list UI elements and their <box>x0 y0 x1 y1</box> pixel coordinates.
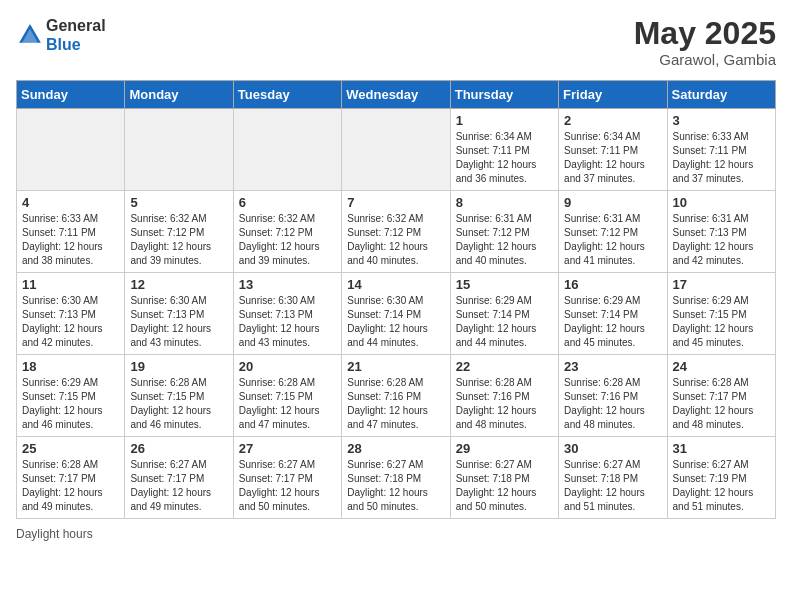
footer-note: Daylight hours <box>16 527 776 541</box>
day-cell: 14Sunrise: 6:30 AM Sunset: 7:14 PM Dayli… <box>342 273 450 355</box>
day-cell: 5Sunrise: 6:32 AM Sunset: 7:12 PM Daylig… <box>125 191 233 273</box>
day-number: 21 <box>347 359 444 374</box>
day-cell: 8Sunrise: 6:31 AM Sunset: 7:12 PM Daylig… <box>450 191 558 273</box>
day-info: Sunrise: 6:27 AM Sunset: 7:17 PM Dayligh… <box>239 458 336 514</box>
day-info: Sunrise: 6:29 AM Sunset: 7:14 PM Dayligh… <box>456 294 553 350</box>
day-number: 6 <box>239 195 336 210</box>
day-cell: 16Sunrise: 6:29 AM Sunset: 7:14 PM Dayli… <box>559 273 667 355</box>
day-info: Sunrise: 6:32 AM Sunset: 7:12 PM Dayligh… <box>347 212 444 268</box>
day-info: Sunrise: 6:30 AM Sunset: 7:13 PM Dayligh… <box>239 294 336 350</box>
day-number: 30 <box>564 441 661 456</box>
day-header-monday: Monday <box>125 81 233 109</box>
month-year: May 2025 <box>634 16 776 51</box>
day-info: Sunrise: 6:30 AM Sunset: 7:14 PM Dayligh… <box>347 294 444 350</box>
day-info: Sunrise: 6:31 AM Sunset: 7:12 PM Dayligh… <box>564 212 661 268</box>
day-cell: 15Sunrise: 6:29 AM Sunset: 7:14 PM Dayli… <box>450 273 558 355</box>
day-info: Sunrise: 6:31 AM Sunset: 7:12 PM Dayligh… <box>456 212 553 268</box>
week-row-4: 18Sunrise: 6:29 AM Sunset: 7:15 PM Dayli… <box>17 355 776 437</box>
day-number: 7 <box>347 195 444 210</box>
location: Garawol, Gambia <box>634 51 776 68</box>
day-info: Sunrise: 6:28 AM Sunset: 7:17 PM Dayligh… <box>22 458 119 514</box>
day-number: 19 <box>130 359 227 374</box>
day-number: 15 <box>456 277 553 292</box>
day-cell: 12Sunrise: 6:30 AM Sunset: 7:13 PM Dayli… <box>125 273 233 355</box>
day-number: 23 <box>564 359 661 374</box>
week-row-2: 4Sunrise: 6:33 AM Sunset: 7:11 PM Daylig… <box>17 191 776 273</box>
day-cell: 22Sunrise: 6:28 AM Sunset: 7:16 PM Dayli… <box>450 355 558 437</box>
day-info: Sunrise: 6:28 AM Sunset: 7:16 PM Dayligh… <box>564 376 661 432</box>
day-info: Sunrise: 6:28 AM Sunset: 7:16 PM Dayligh… <box>456 376 553 432</box>
day-header-tuesday: Tuesday <box>233 81 341 109</box>
day-header-saturday: Saturday <box>667 81 775 109</box>
day-cell: 9Sunrise: 6:31 AM Sunset: 7:12 PM Daylig… <box>559 191 667 273</box>
day-info: Sunrise: 6:29 AM Sunset: 7:15 PM Dayligh… <box>673 294 770 350</box>
day-cell: 4Sunrise: 6:33 AM Sunset: 7:11 PM Daylig… <box>17 191 125 273</box>
day-number: 5 <box>130 195 227 210</box>
day-number: 13 <box>239 277 336 292</box>
day-cell <box>17 109 125 191</box>
day-number: 27 <box>239 441 336 456</box>
day-cell: 10Sunrise: 6:31 AM Sunset: 7:13 PM Dayli… <box>667 191 775 273</box>
calendar-table: SundayMondayTuesdayWednesdayThursdayFrid… <box>16 80 776 519</box>
day-number: 8 <box>456 195 553 210</box>
title-area: May 2025 Garawol, Gambia <box>634 16 776 68</box>
day-cell: 3Sunrise: 6:33 AM Sunset: 7:11 PM Daylig… <box>667 109 775 191</box>
day-header-sunday: Sunday <box>17 81 125 109</box>
day-cell: 18Sunrise: 6:29 AM Sunset: 7:15 PM Dayli… <box>17 355 125 437</box>
week-row-5: 25Sunrise: 6:28 AM Sunset: 7:17 PM Dayli… <box>17 437 776 519</box>
day-cell: 1Sunrise: 6:34 AM Sunset: 7:11 PM Daylig… <box>450 109 558 191</box>
day-cell: 24Sunrise: 6:28 AM Sunset: 7:17 PM Dayli… <box>667 355 775 437</box>
day-info: Sunrise: 6:29 AM Sunset: 7:15 PM Dayligh… <box>22 376 119 432</box>
day-cell: 13Sunrise: 6:30 AM Sunset: 7:13 PM Dayli… <box>233 273 341 355</box>
header-row: SundayMondayTuesdayWednesdayThursdayFrid… <box>17 81 776 109</box>
day-header-friday: Friday <box>559 81 667 109</box>
day-info: Sunrise: 6:32 AM Sunset: 7:12 PM Dayligh… <box>239 212 336 268</box>
week-row-3: 11Sunrise: 6:30 AM Sunset: 7:13 PM Dayli… <box>17 273 776 355</box>
day-cell: 28Sunrise: 6:27 AM Sunset: 7:18 PM Dayli… <box>342 437 450 519</box>
day-number: 28 <box>347 441 444 456</box>
day-info: Sunrise: 6:27 AM Sunset: 7:18 PM Dayligh… <box>564 458 661 514</box>
day-number: 20 <box>239 359 336 374</box>
week-row-1: 1Sunrise: 6:34 AM Sunset: 7:11 PM Daylig… <box>17 109 776 191</box>
day-info: Sunrise: 6:33 AM Sunset: 7:11 PM Dayligh… <box>22 212 119 268</box>
header: General Blue May 2025 Garawol, Gambia <box>16 16 776 68</box>
day-number: 2 <box>564 113 661 128</box>
day-cell: 25Sunrise: 6:28 AM Sunset: 7:17 PM Dayli… <box>17 437 125 519</box>
day-info: Sunrise: 6:28 AM Sunset: 7:15 PM Dayligh… <box>239 376 336 432</box>
day-info: Sunrise: 6:27 AM Sunset: 7:18 PM Dayligh… <box>347 458 444 514</box>
day-info: Sunrise: 6:34 AM Sunset: 7:11 PM Dayligh… <box>564 130 661 186</box>
day-number: 14 <box>347 277 444 292</box>
day-cell: 29Sunrise: 6:27 AM Sunset: 7:18 PM Dayli… <box>450 437 558 519</box>
day-info: Sunrise: 6:34 AM Sunset: 7:11 PM Dayligh… <box>456 130 553 186</box>
day-cell <box>233 109 341 191</box>
day-info: Sunrise: 6:28 AM Sunset: 7:16 PM Dayligh… <box>347 376 444 432</box>
day-cell <box>125 109 233 191</box>
day-info: Sunrise: 6:27 AM Sunset: 7:19 PM Dayligh… <box>673 458 770 514</box>
day-number: 11 <box>22 277 119 292</box>
day-info: Sunrise: 6:30 AM Sunset: 7:13 PM Dayligh… <box>22 294 119 350</box>
day-number: 4 <box>22 195 119 210</box>
day-header-thursday: Thursday <box>450 81 558 109</box>
day-number: 12 <box>130 277 227 292</box>
day-cell: 23Sunrise: 6:28 AM Sunset: 7:16 PM Dayli… <box>559 355 667 437</box>
day-number: 16 <box>564 277 661 292</box>
day-number: 3 <box>673 113 770 128</box>
day-cell: 19Sunrise: 6:28 AM Sunset: 7:15 PM Dayli… <box>125 355 233 437</box>
day-header-wednesday: Wednesday <box>342 81 450 109</box>
day-number: 31 <box>673 441 770 456</box>
day-info: Sunrise: 6:27 AM Sunset: 7:17 PM Dayligh… <box>130 458 227 514</box>
day-cell: 26Sunrise: 6:27 AM Sunset: 7:17 PM Dayli… <box>125 437 233 519</box>
day-cell: 20Sunrise: 6:28 AM Sunset: 7:15 PM Dayli… <box>233 355 341 437</box>
day-cell: 6Sunrise: 6:32 AM Sunset: 7:12 PM Daylig… <box>233 191 341 273</box>
day-info: Sunrise: 6:29 AM Sunset: 7:14 PM Dayligh… <box>564 294 661 350</box>
day-cell: 31Sunrise: 6:27 AM Sunset: 7:19 PM Dayli… <box>667 437 775 519</box>
day-number: 17 <box>673 277 770 292</box>
day-number: 22 <box>456 359 553 374</box>
day-cell: 17Sunrise: 6:29 AM Sunset: 7:15 PM Dayli… <box>667 273 775 355</box>
day-cell: 21Sunrise: 6:28 AM Sunset: 7:16 PM Dayli… <box>342 355 450 437</box>
day-number: 26 <box>130 441 227 456</box>
day-info: Sunrise: 6:28 AM Sunset: 7:17 PM Dayligh… <box>673 376 770 432</box>
day-info: Sunrise: 6:33 AM Sunset: 7:11 PM Dayligh… <box>673 130 770 186</box>
logo-general: General <box>46 16 106 35</box>
day-number: 1 <box>456 113 553 128</box>
